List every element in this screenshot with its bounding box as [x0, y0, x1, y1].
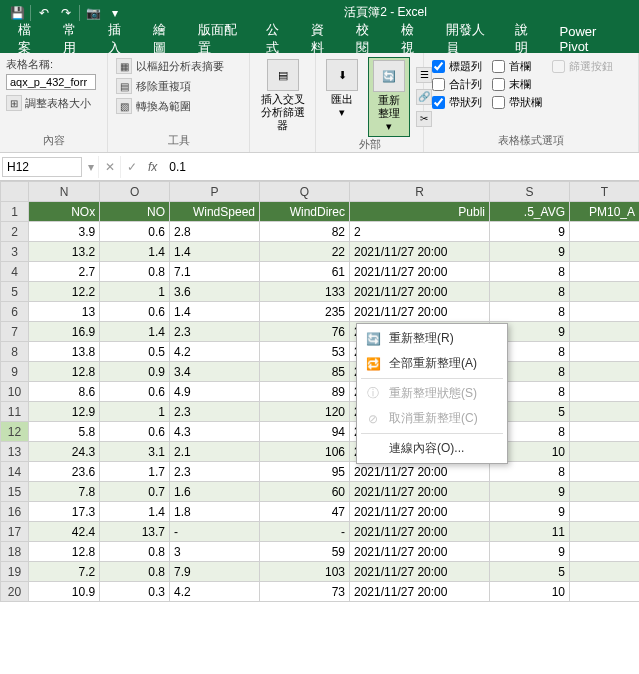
cell[interactable]: 0.8 [100, 562, 170, 582]
cell[interactable]: 2021/11/27 20:00 [350, 262, 490, 282]
cell[interactable]: 9 [490, 502, 570, 522]
cell[interactable]: 13.8 [29, 342, 100, 362]
insert-slicer-button[interactable]: ▤ 插入交叉分析篩選器 [256, 57, 309, 148]
cell[interactable]: 2021/11/27 20:00 [350, 582, 490, 602]
cell[interactable]: 73 [260, 582, 350, 602]
cell[interactable]: 103 [260, 562, 350, 582]
cell[interactable]: 24.3 [29, 442, 100, 462]
row-hdr-15[interactable]: 15 [1, 482, 29, 502]
spreadsheet-grid[interactable]: N O P Q R S T 1 NOx NO WindSpeed WindDir… [0, 181, 639, 602]
cell[interactable]: 9 [490, 242, 570, 262]
row-hdr-20[interactable]: 20 [1, 582, 29, 602]
cell[interactable]: 7.1 [170, 262, 260, 282]
cell[interactable]: 12.9 [29, 402, 100, 422]
cell[interactable]: 8 [490, 302, 570, 322]
cell[interactable]: 1.4 [170, 242, 260, 262]
cell[interactable] [570, 222, 640, 242]
cell[interactable]: 8.6 [29, 382, 100, 402]
cell[interactable]: 1.4 [100, 242, 170, 262]
cell[interactable]: 95 [260, 462, 350, 482]
name-box-dropdown-icon[interactable]: ▾ [84, 160, 98, 174]
cell[interactable]: 5.8 [29, 422, 100, 442]
cell[interactable]: - [260, 522, 350, 542]
cell[interactable]: 22 [260, 242, 350, 262]
cell[interactable]: 2.1 [170, 442, 260, 462]
row-hdr-19[interactable]: 19 [1, 562, 29, 582]
cell[interactable] [570, 362, 640, 382]
cell[interactable] [570, 242, 640, 262]
cell[interactable]: 1.8 [170, 502, 260, 522]
cell[interactable]: 61 [260, 262, 350, 282]
cell[interactable]: 82 [260, 222, 350, 242]
cell[interactable]: 76 [260, 322, 350, 342]
fx-icon[interactable]: fx [142, 160, 163, 174]
cell[interactable]: 4.2 [170, 582, 260, 602]
col-Q[interactable]: Q [260, 182, 350, 202]
table-name-input[interactable] [6, 74, 96, 90]
cell[interactable]: 5 [490, 562, 570, 582]
cell[interactable]: 2021/11/27 20:00 [350, 302, 490, 322]
cell[interactable]: 23.6 [29, 462, 100, 482]
cell[interactable]: 2.8 [170, 222, 260, 242]
cell[interactable]: - [170, 522, 260, 542]
row-hdr-9[interactable]: 9 [1, 362, 29, 382]
cell[interactable]: 9 [490, 222, 570, 242]
cell[interactable]: 106 [260, 442, 350, 462]
row-hdr-11[interactable]: 11 [1, 402, 29, 422]
cell[interactable]: 13.7 [100, 522, 170, 542]
cell[interactable]: 12.2 [29, 282, 100, 302]
cell[interactable]: 2.3 [170, 462, 260, 482]
cell[interactable]: 3.6 [170, 282, 260, 302]
row-hdr-12[interactable]: 12 [1, 422, 29, 442]
cell[interactable]: 12.8 [29, 542, 100, 562]
cell[interactable]: 235 [260, 302, 350, 322]
total-row-check[interactable]: 合計列 [432, 77, 482, 92]
cell[interactable]: 1 [100, 282, 170, 302]
cell[interactable]: 59 [260, 542, 350, 562]
cell[interactable] [570, 422, 640, 442]
cell[interactable]: 7.9 [170, 562, 260, 582]
cell[interactable]: 1.7 [100, 462, 170, 482]
cell[interactable]: 3.4 [170, 362, 260, 382]
row-hdr-8[interactable]: 8 [1, 342, 29, 362]
row-hdr-2[interactable]: 2 [1, 222, 29, 242]
banded-col-check[interactable]: 帶狀欄 [492, 95, 542, 110]
col-S[interactable]: S [490, 182, 570, 202]
cell[interactable] [570, 522, 640, 542]
cell[interactable]: 0.7 [100, 482, 170, 502]
header-row-check[interactable]: 標題列 [432, 59, 482, 74]
cell[interactable]: 1.4 [100, 502, 170, 522]
pivot-summary-button[interactable]: ▦以樞紐分析表摘要 [114, 57, 226, 75]
menu-refresh[interactable]: 🔄重新整理(R) [357, 326, 507, 351]
first-col-check[interactable]: 首欄 [492, 59, 542, 74]
cell[interactable]: 2 [350, 222, 490, 242]
cell[interactable]: 133 [260, 282, 350, 302]
cell[interactable]: 13 [29, 302, 100, 322]
cell[interactable]: 47 [260, 502, 350, 522]
cell[interactable]: 0.6 [100, 222, 170, 242]
cell[interactable]: 2021/11/27 20:00 [350, 562, 490, 582]
cancel-formula-icon[interactable]: ✕ [98, 156, 120, 178]
filter-btn-check[interactable]: 篩選按鈕 [552, 59, 613, 74]
cell[interactable]: 10.9 [29, 582, 100, 602]
cell[interactable]: 2.3 [170, 322, 260, 342]
cell[interactable]: 8 [490, 282, 570, 302]
cell[interactable] [570, 342, 640, 362]
banded-row-check[interactable]: 帶狀列 [432, 95, 482, 110]
row-hdr-4[interactable]: 4 [1, 262, 29, 282]
cell[interactable]: 0.6 [100, 422, 170, 442]
cell[interactable]: 1.4 [170, 302, 260, 322]
cell[interactable]: 16.9 [29, 322, 100, 342]
accept-formula-icon[interactable]: ✓ [120, 156, 142, 178]
cell[interactable]: 2.3 [170, 402, 260, 422]
cell[interactable]: 7.2 [29, 562, 100, 582]
cell[interactable]: 60 [260, 482, 350, 502]
cell[interactable]: 0.3 [100, 582, 170, 602]
cell[interactable]: 2021/11/27 20:00 [350, 482, 490, 502]
cell[interactable] [570, 562, 640, 582]
cell[interactable]: 2021/11/27 20:00 [350, 542, 490, 562]
cell[interactable]: 120 [260, 402, 350, 422]
cell[interactable] [570, 302, 640, 322]
cell[interactable]: 2021/11/27 20:00 [350, 282, 490, 302]
select-all-corner[interactable] [1, 182, 29, 202]
